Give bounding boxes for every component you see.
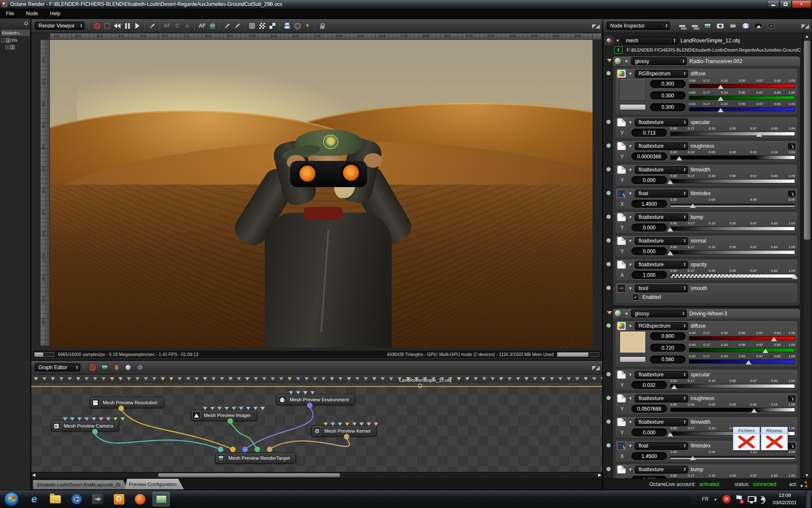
channel-value[interactable]: 0.300 — [650, 103, 686, 111]
slider-marker[interactable] — [718, 85, 724, 89]
palette-node-icon[interactable] — [254, 377, 258, 381]
value-slider[interactable]: 0.000.170.330.500.670.831.00 — [670, 379, 795, 389]
palette-node-icon[interactable] — [34, 377, 38, 381]
language-indicator[interactable]: FR — [702, 496, 708, 502]
palette-node-icon[interactable] — [161, 377, 165, 381]
pause-render-icon[interactable] — [123, 21, 132, 30]
input-socket[interactable] — [367, 422, 371, 426]
scroll-down-icon[interactable]: ▼ — [803, 473, 811, 478]
palette-node-icon[interactable] — [102, 377, 106, 381]
palette-node-icon[interactable] — [558, 377, 562, 381]
collapse-icon[interactable]: ▼ — [628, 420, 632, 424]
scroll-thumb[interactable] — [804, 41, 810, 240]
maximize-button[interactable] — [779, 1, 792, 8]
fit-view-icon[interactable] — [103, 21, 111, 30]
panel-selector-dropdown[interactable]: Render Viewport ▲▼ — [35, 22, 85, 30]
show-desktop-button[interactable] — [805, 490, 810, 508]
palette-node-icon[interactable] — [567, 377, 571, 381]
palette-node-icon[interactable] — [42, 377, 47, 381]
scroll-left-icon[interactable]: ◀ — [32, 472, 36, 477]
palette-node-icon[interactable] — [465, 377, 469, 381]
collapse-icon[interactable]: ▼ — [628, 286, 632, 290]
palette-node-icon[interactable] — [330, 377, 334, 381]
palette-node-icon[interactable] — [550, 377, 554, 381]
tray-expand-icon[interactable]: ▲ — [713, 497, 717, 501]
palette-node-icon[interactable] — [220, 377, 224, 381]
preview-sphere-icon[interactable] — [124, 363, 132, 372]
value-slider[interactable]: 0.000.000.000.000.020.141.00 — [670, 403, 795, 413]
popup-button-fichiers[interactable]: Fichiers — [733, 427, 760, 450]
input-socket[interactable] — [253, 407, 258, 410]
type-dropdown[interactable]: float▲▼ — [635, 442, 688, 450]
value-slider[interactable]: 0.000.170.330.500.670.831.00 — [689, 91, 795, 101]
palette-node-icon[interactable] — [516, 377, 520, 381]
value-slider[interactable]: 0.000.170.330.500.670.831.00 — [670, 245, 795, 255]
lock-image-icon[interactable] — [318, 21, 326, 30]
stop-render-icon[interactable] — [88, 363, 97, 372]
outline-orb-icon[interactable] — [24, 22, 28, 25]
palette-node-icon[interactable] — [127, 377, 131, 381]
color-swatch[interactable] — [620, 331, 646, 353]
graph-tab[interactable]: Preview Configuration — [125, 479, 184, 489]
type-dropdown[interactable]: floattexture▲▼ — [635, 466, 688, 474]
slider-marker[interactable] — [718, 108, 724, 112]
slider-marker[interactable] — [756, 133, 762, 137]
input-socket[interactable] — [70, 417, 74, 421]
tree-toggle-icon[interactable]: - — [1, 39, 5, 42]
node-graph-canvas[interactable]: LandRoverSimple_12.obj Mesh Preview Reso… — [31, 375, 602, 472]
menu-node[interactable]: Node — [20, 9, 44, 18]
input-socket[interactable] — [99, 417, 103, 421]
input-socket[interactable] — [338, 422, 342, 426]
curve-button[interactable] — [787, 143, 796, 150]
input-socket[interactable] — [310, 391, 315, 395]
output-port[interactable] — [228, 418, 233, 424]
enabled-checkbox[interactable]: ✓ — [632, 294, 639, 301]
channel-value[interactable]: 0.720 — [650, 344, 686, 352]
palette-node-icon[interactable] — [169, 377, 173, 381]
param-value[interactable]: 0.000 — [631, 176, 667, 184]
palette-node-icon[interactable] — [211, 377, 216, 381]
input-socket[interactable] — [324, 422, 328, 426]
palette-node-icon[interactable] — [296, 377, 300, 381]
param-value[interactable]: 0.713 — [631, 129, 667, 137]
alpha-medium-icon[interactable] — [258, 21, 266, 30]
graph-tab[interactable]: Elisabeth-LostInDesert-BoitALagourde_25 — [33, 480, 128, 489]
palette-node-icon[interactable] — [51, 377, 55, 381]
tree-toggle-icon[interactable]: + — [5, 45, 9, 49]
curve-button[interactable] — [787, 442, 796, 450]
slider-marker[interactable] — [690, 456, 696, 460]
palette-node-icon[interactable] — [304, 377, 309, 381]
slider-marker[interactable] — [763, 349, 768, 353]
channel-value[interactable]: 0.300 — [650, 80, 686, 88]
value-slider[interactable]: 0.000.170.330.500.670.831.00 — [689, 102, 795, 112]
input-socket[interactable] — [210, 407, 214, 410]
node-stack-icon[interactable] — [678, 21, 686, 30]
collapse-icon[interactable]: ▼ — [628, 324, 632, 328]
param-value[interactable]: 1.000 — [631, 271, 667, 279]
kernel-icon[interactable] — [767, 21, 775, 30]
input-port[interactable] — [218, 447, 223, 452]
slider-marker[interactable] — [751, 409, 757, 413]
value-slider[interactable]: 0.000.170.330.500.670.831.00 — [689, 354, 795, 364]
palette-node-icon[interactable] — [68, 377, 72, 381]
palette-node-icon[interactable] — [592, 377, 596, 381]
fullscreen-icon[interactable]: ◤◢ — [801, 23, 808, 29]
palette-node-icon[interactable] — [584, 377, 588, 381]
imager-icon[interactable] — [208, 21, 217, 30]
param-value[interactable]: 0.0507688 — [631, 405, 667, 413]
save-image-icon[interactable] — [283, 21, 291, 30]
output-port[interactable] — [344, 434, 349, 439]
slider-marker[interactable] — [667, 251, 673, 255]
param-value[interactable]: 0.000 — [631, 247, 667, 255]
inspector-scrollbar[interactable]: ▲ ▼ — [803, 33, 811, 478]
input-socket[interactable] — [121, 417, 125, 421]
collapse-icon[interactable]: ▼ — [628, 239, 632, 243]
collapse-icon[interactable]: ▼ — [628, 262, 632, 267]
palette-node-icon[interactable] — [195, 377, 199, 381]
input-socket[interactable] — [77, 417, 82, 421]
slider-marker[interactable] — [771, 337, 777, 341]
imager-icon[interactable] — [754, 21, 763, 30]
palette-node-icon[interactable] — [347, 377, 351, 381]
palette-node-icon[interactable] — [186, 377, 190, 381]
type-dropdown[interactable]: floattexture▲▼ — [635, 119, 688, 127]
